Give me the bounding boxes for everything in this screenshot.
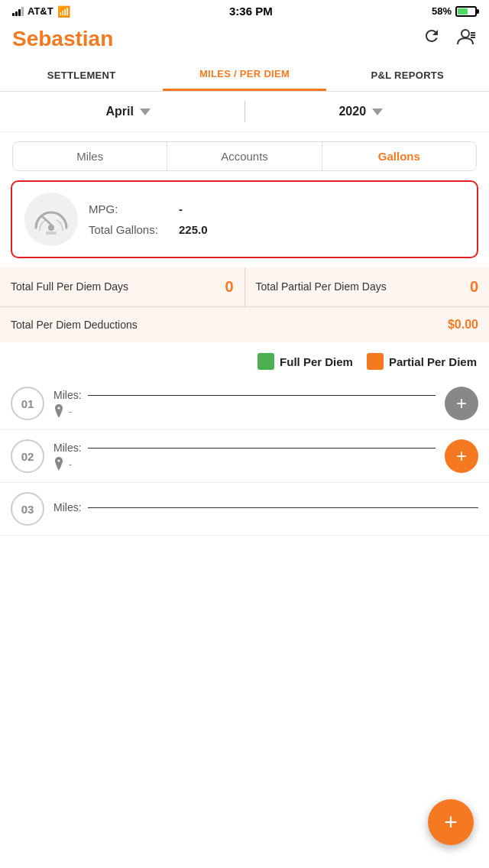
deductions-value: $0.00 — [448, 318, 478, 332]
day-details-03: Miles: — [53, 501, 478, 517]
profile-button[interactable] — [454, 27, 477, 51]
year-selector[interactable]: 2020 — [245, 105, 478, 118]
location-pin-icon-01 — [53, 404, 64, 418]
battery-icon — [455, 6, 477, 17]
total-gallons-row: Total Gallons: 225.0 — [89, 223, 465, 236]
mpg-value: - — [179, 202, 183, 215]
full-days-cell: Total Full Per Diem Days 0 — [0, 267, 245, 306]
day-circle-02: 02 — [11, 439, 44, 473]
day-circle-03: 03 — [11, 492, 44, 526]
mpg-label: MPG: — [89, 202, 173, 215]
year-dropdown-arrow — [372, 108, 383, 115]
month-label: April — [106, 105, 134, 118]
mpg-row: MPG: - — [89, 202, 465, 215]
day-miles-label-01: Miles: — [53, 389, 82, 401]
status-time: 3:36 PM — [229, 5, 273, 18]
day-miles-row-01: Miles: — [53, 389, 436, 401]
day-location-02: - — [69, 458, 72, 470]
day-number-03: 03 — [21, 503, 34, 516]
svg-point-0 — [461, 30, 469, 37]
day-entry-03: 03 Miles: — [0, 483, 489, 536]
full-per-diem-color — [257, 353, 274, 370]
sub-tabs: Miles Accounts Gallons — [12, 141, 477, 171]
day-miles-row-02: Miles: — [53, 442, 436, 454]
wifi-icon: 📶 — [57, 5, 70, 18]
svg-rect-6 — [46, 232, 57, 235]
legend-partial-per-diem: Partial Per Diem — [367, 353, 477, 370]
full-per-diem-label: Full Per Diem — [280, 355, 353, 368]
partial-days-label: Total Partial Per Diem Days — [256, 280, 462, 293]
day-number-01: 01 — [21, 397, 34, 410]
legend-full-per-diem: Full Per Diem — [257, 353, 353, 370]
full-days-value: 0 — [225, 278, 233, 296]
day-miles-label-03: Miles: — [53, 501, 82, 513]
status-right: 58% — [432, 5, 477, 17]
day-miles-line-02 — [88, 448, 436, 449]
per-diem-deductions-row: Total Per Diem Deductions $0.00 — [0, 307, 489, 342]
year-label: 2020 — [338, 105, 366, 118]
partial-per-diem-color — [367, 353, 384, 370]
sub-tab-gallons[interactable]: Gallons — [322, 142, 476, 170]
day-entries: 01 Miles: - + 02 Miles: - — [0, 377, 489, 597]
status-left: AT&T 📶 — [12, 5, 70, 18]
day-circle-01: 01 — [11, 387, 44, 420]
signal-bars — [12, 7, 24, 16]
day-miles-row-03: Miles: — [53, 501, 478, 513]
status-bar: AT&T 📶 3:36 PM 58% — [0, 0, 489, 21]
tab-settlement[interactable]: SETTLEMENT — [0, 59, 163, 91]
gauge-details: MPG: - Total Gallons: 225.0 — [89, 202, 465, 236]
day-miles-label-02: Miles: — [53, 442, 82, 454]
day-miles-line-03 — [88, 507, 478, 508]
refresh-button[interactable] — [422, 27, 442, 51]
carrier-label: AT&T — [28, 5, 53, 17]
day-location-row-02: - — [53, 457, 436, 471]
per-diem-days-row: Total Full Per Diem Days 0 Total Partial… — [0, 267, 489, 307]
add-btn-01[interactable]: + — [445, 387, 478, 420]
total-gallons-value: 225.0 — [179, 223, 208, 236]
tab-pl-reports[interactable]: P&L REPORTS — [326, 59, 489, 91]
total-gallons-label: Total Gallons: — [89, 223, 173, 236]
day-entry-02: 02 Miles: - + — [0, 430, 489, 483]
partial-per-diem-label: Partial Per Diem — [389, 355, 477, 368]
legend: Full Per Diem Partial Per Diem — [0, 342, 489, 377]
app-title: Sebastian — [12, 27, 113, 51]
month-selector[interactable]: April — [12, 105, 244, 118]
day-number-02: 02 — [21, 450, 34, 463]
date-selectors: April 2020 — [0, 92, 489, 132]
location-pin-icon-02 — [53, 457, 64, 471]
day-details-01: Miles: - — [53, 389, 436, 418]
partial-days-value: 0 — [470, 278, 478, 296]
day-location-row-01: - — [53, 404, 436, 418]
month-dropdown-arrow — [140, 108, 151, 115]
add-btn-02[interactable]: + — [445, 439, 478, 473]
day-location-01: - — [69, 406, 72, 417]
day-miles-line-01 — [88, 395, 436, 396]
sub-tab-accounts[interactable]: Accounts — [167, 142, 322, 170]
tab-miles-per-diem[interactable]: MILES / PER DIEM — [163, 59, 325, 91]
header-icons — [422, 27, 477, 51]
deductions-label: Total Per Diem Deductions — [11, 319, 440, 331]
battery-percent: 58% — [432, 5, 452, 17]
partial-days-cell: Total Partial Per Diem Days 0 — [245, 267, 490, 306]
gallons-card: MPG: - Total Gallons: 225.0 — [11, 180, 478, 258]
gauge-icon-circle — [24, 193, 78, 246]
full-days-label: Total Full Per Diem Days — [11, 280, 217, 293]
day-details-02: Miles: - — [53, 442, 436, 471]
app-header: Sebastian — [0, 21, 489, 59]
sub-tab-miles[interactable]: Miles — [13, 142, 167, 170]
nav-tabs: SETTLEMENT MILES / PER DIEM P&L REPORTS — [0, 59, 489, 92]
per-diem-section: Total Full Per Diem Days 0 Total Partial… — [0, 267, 489, 342]
day-entry-01: 01 Miles: - + — [0, 377, 489, 430]
